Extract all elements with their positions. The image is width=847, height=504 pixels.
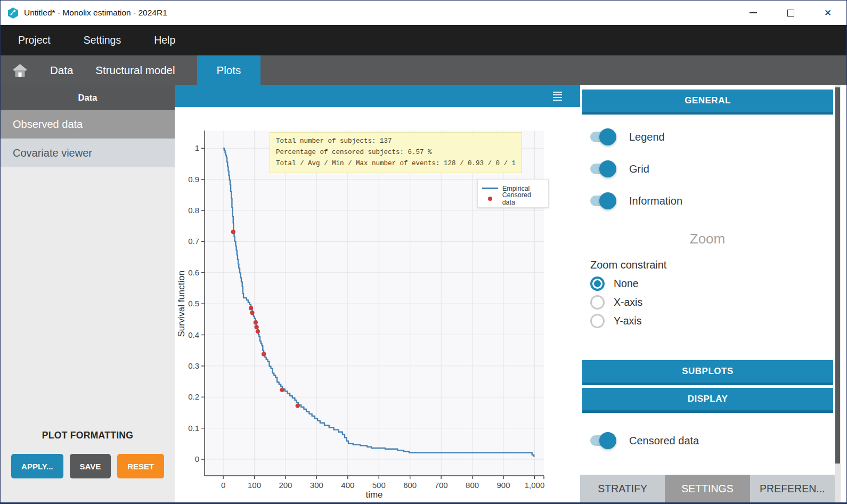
sidebar-item-observed-data[interactable]: Observed data (1, 110, 175, 139)
information-toggle-row: Information (580, 185, 835, 217)
svg-text:0.7: 0.7 (188, 237, 199, 246)
svg-text:0: 0 (221, 481, 225, 490)
legend-toggle-label: Legend (629, 131, 665, 143)
tab-preferences[interactable]: PREFEREN... (750, 475, 835, 503)
radio-none-label: None (614, 278, 639, 290)
svg-text:200: 200 (279, 481, 292, 490)
svg-text:0.8: 0.8 (188, 206, 199, 215)
info-line-censored-pct: Percentage of censored subjects: 6.57 % (276, 149, 432, 156)
window-title: Untitled* - Monolix estimation - 2024R1 (24, 8, 167, 18)
sidebar-item-covariate-viewer[interactable]: Covariate viewer (1, 139, 175, 167)
svg-text:600: 600 (403, 481, 417, 490)
svg-text:300: 300 (310, 481, 323, 490)
information-toggle-knob (599, 192, 616, 209)
minimize-icon (750, 12, 757, 13)
menu-settings[interactable]: Settings (84, 34, 121, 46)
save-button[interactable]: SAVE (70, 454, 111, 478)
zoom-constraint-yaxis-row[interactable]: Y-axis (580, 312, 835, 330)
svg-text:0.5: 0.5 (188, 299, 199, 308)
radio-yaxis-label: Y-axis (614, 315, 641, 327)
svg-text:0.6: 0.6 (188, 268, 199, 277)
plot-formatting-buttons: APPLY... SAVE RESET (1, 454, 175, 478)
sidebar-section-header: Data (1, 85, 175, 110)
menu-help[interactable]: Help (154, 34, 175, 46)
tab-structural-model[interactable]: Structural model (84, 55, 186, 85)
monolix-app-icon (7, 7, 19, 19)
minimize-button[interactable] (735, 1, 772, 25)
maximize-button[interactable] (772, 1, 809, 25)
main-tab-bar: Data Structural model Plots (1, 55, 846, 85)
censored-data-toggle-label: Censored data (629, 435, 699, 447)
panel-scrollbar-thumb[interactable] (835, 87, 840, 464)
content-area: Data Observed data Covariate viewer PLOT… (1, 85, 846, 503)
panel-scrollbar-track[interactable] (835, 85, 841, 503)
svg-text:Survival function: Survival function (176, 271, 186, 337)
tab-settings[interactable]: SETTINGS (665, 475, 750, 503)
zoom-constraint-none-row[interactable]: None (580, 274, 835, 293)
section-header-subplots[interactable]: SUBPLOTS (582, 360, 833, 385)
maximize-icon (787, 10, 794, 17)
legend-toggle-row: Legend (580, 121, 835, 153)
svg-text:0.3: 0.3 (188, 361, 199, 370)
zoom-constraint-label: Zoom constraint (580, 259, 835, 271)
home-icon (12, 64, 28, 77)
settings-panel: GENERAL Legend Grid Information Zoom Zoo… (580, 85, 835, 503)
radio-xaxis-label: X-axis (614, 296, 642, 308)
svg-text:400: 400 (341, 481, 354, 490)
plot-formatting-title: PLOT FORMATTING (1, 430, 175, 441)
svg-text:time: time (365, 490, 382, 500)
info-line-subjects: Total number of subjects: 137 (276, 137, 392, 145)
close-icon: ✕ (824, 7, 832, 19)
censored-data-toggle-row: Censored data (580, 425, 835, 457)
information-toggle[interactable] (590, 196, 615, 206)
title-bar: Untitled* - Monolix estimation - 2024R1 … (1, 1, 846, 25)
tab-stratify[interactable]: STRATIFY (580, 475, 665, 503)
information-toggle-label: Information (629, 195, 682, 207)
svg-text:1: 1 (195, 143, 199, 152)
legend-toggle[interactable] (590, 132, 615, 142)
plot-formatting-block: PLOT FORMATTING APPLY... SAVE RESET (1, 430, 175, 503)
svg-text:900: 900 (497, 481, 510, 490)
reset-button[interactable]: RESET (117, 454, 164, 478)
section-header-display[interactable]: DISPLAY (582, 388, 833, 413)
censored-dot-swatch (488, 197, 492, 201)
apply-button[interactable]: APPLY... (11, 454, 63, 478)
chart-body: 00.10.20.30.40.50.60.70.80.9101002003004… (175, 107, 580, 503)
svg-text:0.1: 0.1 (188, 424, 199, 433)
chart-panel: 00.10.20.30.40.50.60.70.80.9101002003004… (175, 85, 580, 503)
chart-panel-header (175, 85, 580, 107)
tab-data[interactable]: Data (39, 55, 84, 85)
svg-text:0.2: 0.2 (188, 392, 199, 401)
radio-xaxis[interactable] (590, 295, 605, 310)
plots-sidebar: Data Observed data Covariate viewer PLOT… (1, 85, 175, 503)
menu-project[interactable]: Project (18, 34, 51, 46)
tab-plots[interactable]: Plots (197, 55, 261, 85)
empirical-line-swatch (482, 188, 498, 189)
zoom-section-title: Zoom (580, 231, 835, 247)
legend-label-censored: Censored data (502, 191, 544, 206)
chart-legend: Empirical Censored data (477, 179, 549, 208)
svg-text:700: 700 (435, 481, 448, 490)
chart-info-box: Total number of subjects: 137 Percentage… (270, 132, 522, 173)
svg-text:0: 0 (195, 454, 199, 464)
close-button[interactable]: ✕ (809, 1, 846, 25)
legend-toggle-knob (599, 128, 616, 145)
settings-footer-tabs: STRATIFY SETTINGS PREFEREN... (580, 475, 835, 503)
legend-item-censored: Censored data (482, 193, 544, 204)
chart-menu-icon[interactable] (553, 92, 562, 101)
censored-data-toggle[interactable] (590, 435, 615, 446)
info-line-events: Total / Avg / Min / Max number of events… (276, 160, 516, 167)
grid-toggle-label: Grid (629, 163, 649, 175)
svg-text:100: 100 (248, 481, 261, 490)
censored-data-toggle-knob (599, 432, 616, 449)
grid-toggle-knob (599, 160, 616, 177)
radio-yaxis[interactable] (590, 314, 605, 328)
grid-toggle-row: Grid (580, 153, 835, 185)
section-header-general[interactable]: GENERAL (582, 90, 833, 115)
window-controls: ✕ (735, 1, 846, 25)
radio-none-selected[interactable] (590, 277, 605, 291)
zoom-constraint-xaxis-row[interactable]: X-axis (580, 293, 835, 312)
home-button[interactable] (1, 55, 39, 85)
svg-text:0.4: 0.4 (188, 330, 199, 339)
grid-toggle[interactable] (590, 164, 615, 174)
